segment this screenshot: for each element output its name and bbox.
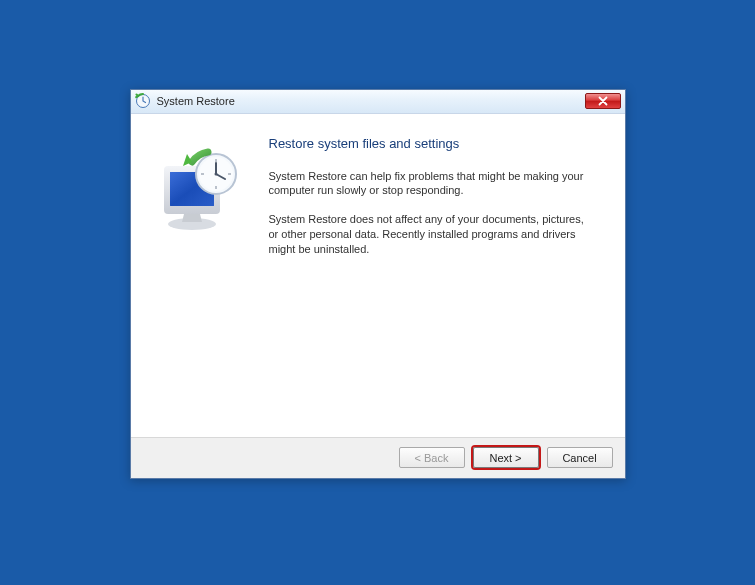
- titlebar: System Restore: [131, 90, 625, 114]
- illustration-column: [131, 114, 269, 437]
- back-button: < Back: [399, 447, 465, 468]
- cancel-button[interactable]: Cancel: [547, 447, 613, 468]
- close-icon: [598, 96, 608, 106]
- close-button[interactable]: [585, 93, 621, 109]
- system-restore-illustration-icon: [152, 142, 248, 238]
- page-heading: Restore system files and settings: [269, 136, 597, 151]
- description-paragraph-2: System Restore does not affect any of yo…: [269, 212, 589, 257]
- description-paragraph-1: System Restore can help fix problems tha…: [269, 169, 589, 199]
- system-restore-window: System Restore: [130, 89, 626, 479]
- restore-icon: [135, 93, 151, 109]
- next-button[interactable]: Next >: [473, 447, 539, 468]
- window-title: System Restore: [157, 95, 579, 107]
- button-footer: < Back Next > Cancel: [131, 438, 625, 478]
- dialog-body: Restore system files and settings System…: [131, 114, 625, 438]
- svg-point-13: [214, 172, 217, 175]
- content-column: Restore system files and settings System…: [269, 114, 625, 437]
